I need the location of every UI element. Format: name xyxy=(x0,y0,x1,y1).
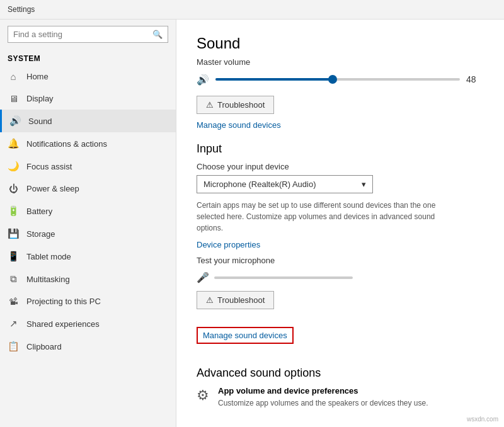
sidebar-item-label: Battery xyxy=(26,207,52,216)
slider-fill xyxy=(215,78,333,81)
sidebar-item-focus[interactable]: 🌙 Focus assist xyxy=(0,155,176,178)
advanced-app-text: App volume and device preferences Custom… xyxy=(218,386,428,408)
manage-devices-label: Manage sound devices xyxy=(203,331,287,340)
sidebar-item-label: Notifications & actions xyxy=(26,139,107,149)
input-device-value: Microphone (Realtek(R) Audio) xyxy=(203,179,316,189)
sidebar-section-label: System xyxy=(0,49,176,65)
sidebar-item-notifications[interactable]: 🔔 Notifications & actions xyxy=(0,132,176,155)
advanced-app-row: ⚙ App volume and device preferences Cust… xyxy=(197,386,484,408)
mic-level-bar xyxy=(214,276,353,279)
equalizer-icon: ⚙ xyxy=(197,387,209,404)
troubleshoot-button[interactable]: ⚠ Troubleshoot xyxy=(197,96,274,114)
input-section-title: Input xyxy=(197,142,484,156)
sidebar-item-battery[interactable]: 🔋 Battery xyxy=(0,200,176,222)
sidebar-item-clipboard[interactable]: 📋 Clipboard xyxy=(0,335,176,358)
focus-icon: 🌙 xyxy=(8,161,19,172)
advanced-app-hint: Customize app volumes and the speakers o… xyxy=(218,399,428,407)
mic-row: 🎤 xyxy=(197,271,484,283)
troubleshoot-label: Troubleshoot xyxy=(217,100,265,110)
home-icon: ⌂ xyxy=(8,71,19,82)
sidebar-item-tablet[interactable]: 📱 Tablet mode xyxy=(0,245,176,268)
sound-icon: 🔊 xyxy=(9,115,21,127)
slider-track xyxy=(215,78,460,81)
sidebar-item-label: Sound xyxy=(28,117,52,126)
shared-icon: ↗ xyxy=(8,318,19,329)
search-icon: 🔍 xyxy=(152,30,163,39)
input-hint-text: Certain apps may be set up to use differ… xyxy=(197,200,461,234)
battery-icon: 🔋 xyxy=(8,205,19,217)
sidebar-item-label: Projecting to this PC xyxy=(26,297,101,306)
master-volume-label: Master volume xyxy=(197,57,484,67)
test-mic-label: Test your microphone xyxy=(197,256,484,265)
notifications-icon: 🔔 xyxy=(8,138,19,149)
sidebar-item-label: Clipboard xyxy=(26,342,62,351)
input-device-select[interactable]: Microphone (Realtek(R) Audio) ▾ xyxy=(197,175,373,193)
projecting-icon: 📽 xyxy=(8,296,19,307)
title-bar-label: Settings xyxy=(8,5,35,14)
sidebar-item-label: Multitasking xyxy=(26,275,70,284)
watermark: wsxdn.com xyxy=(465,415,500,423)
warning-icon: ⚠ xyxy=(206,100,214,110)
sidebar-item-sound[interactable]: 🔊 Sound xyxy=(0,110,176,132)
search-box[interactable]: 🔍 xyxy=(8,26,168,43)
advanced-title: Advanced sound options xyxy=(197,367,484,380)
search-input[interactable] xyxy=(13,30,152,39)
power-icon: ⏻ xyxy=(8,183,19,194)
sidebar-item-label: Tablet mode xyxy=(26,252,71,261)
manage-sound-devices-link[interactable]: Manage sound devices xyxy=(197,120,484,130)
device-properties-link[interactable]: Device properties xyxy=(197,240,484,249)
display-icon: 🖥 xyxy=(8,93,19,104)
main-container: 🔍 System ⌂ Home 🖥 Display 🔊 Sound 🔔 Noti… xyxy=(0,20,504,427)
warning-icon-2: ⚠ xyxy=(206,295,214,305)
sidebar-item-power[interactable]: ⏻ Power & sleep xyxy=(0,178,176,200)
sidebar-item-label: Power & sleep xyxy=(26,184,79,193)
clipboard-icon: 📋 xyxy=(8,341,19,352)
sidebar-item-display[interactable]: 🖥 Display xyxy=(0,88,176,110)
sidebar-item-label: Storage xyxy=(26,229,55,239)
sidebar-item-projecting[interactable]: 📽 Projecting to this PC xyxy=(0,290,176,312)
sidebar-item-storage[interactable]: 💾 Storage xyxy=(0,222,176,245)
advanced-app-label[interactable]: App volume and device preferences xyxy=(218,386,428,396)
mic-icon: 🎤 xyxy=(197,271,209,283)
sidebar: 🔍 System ⌂ Home 🖥 Display 🔊 Sound 🔔 Noti… xyxy=(0,20,176,427)
sidebar-item-home[interactable]: ⌂ Home xyxy=(0,65,176,88)
advanced-section: Advanced sound options ⚙ App volume and … xyxy=(197,367,484,408)
volume-slider[interactable] xyxy=(215,73,460,86)
volume-icon: 🔊 xyxy=(197,74,209,86)
title-bar: Settings xyxy=(0,0,504,20)
sidebar-item-multitasking[interactable]: ⧉ Multitasking xyxy=(0,268,176,290)
volume-row: 🔊 48 xyxy=(197,73,484,86)
slider-thumb xyxy=(328,75,337,84)
manage-sound-devices-box[interactable]: Manage sound devices xyxy=(197,327,294,344)
sidebar-item-shared[interactable]: ↗ Shared experiences xyxy=(0,312,176,335)
choose-input-label: Choose your input device xyxy=(197,162,484,171)
storage-icon: 💾 xyxy=(8,228,19,239)
sidebar-item-label: Focus assist xyxy=(26,162,72,171)
content-area: Sound Master volume 🔊 48 ⚠ Troubleshoot … xyxy=(176,20,504,427)
sidebar-item-label: Display xyxy=(26,94,54,103)
sidebar-item-label: Home xyxy=(26,72,49,81)
troubleshoot-button-2[interactable]: ⚠ Troubleshoot xyxy=(197,291,274,309)
troubleshoot-label-2: Troubleshoot xyxy=(217,295,265,305)
sidebar-item-label: Shared experiences xyxy=(26,319,100,329)
page-title: Sound xyxy=(197,35,484,52)
volume-value: 48 xyxy=(466,74,484,84)
multitasking-icon: ⧉ xyxy=(8,273,19,285)
chevron-down-icon: ▾ xyxy=(362,179,366,189)
tablet-icon: 📱 xyxy=(8,251,19,262)
